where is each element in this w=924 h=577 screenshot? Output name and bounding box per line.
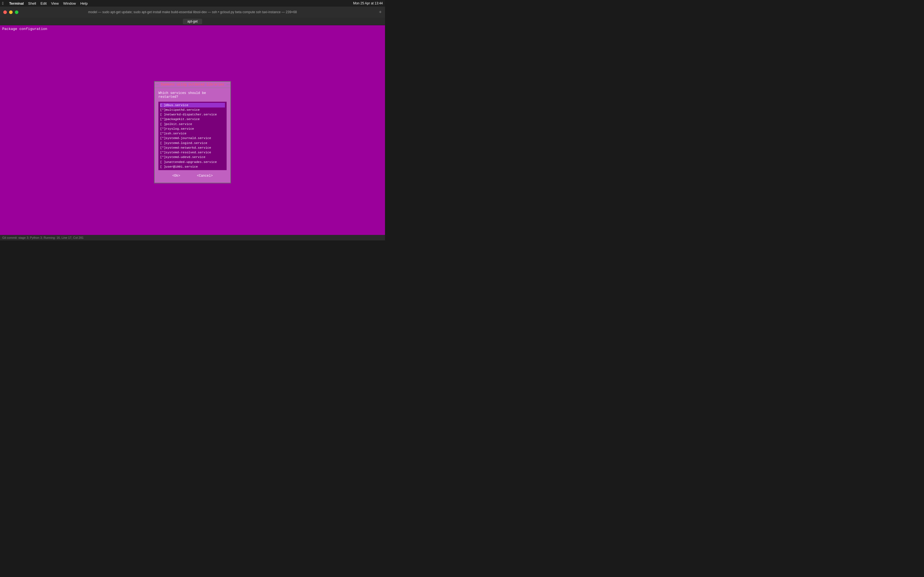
statusbar-text: Git commit: stage 3; Python 3; Running: … xyxy=(2,236,84,239)
menubar:  Terminal Shell Edit View Window Help M… xyxy=(0,0,385,6)
checkbox-icon: [*] xyxy=(160,155,165,160)
dialog-overlay: Daemons using outdated libraries Which s… xyxy=(154,81,231,184)
service-name: user@1001.service xyxy=(166,164,198,169)
checkbox-icon: [ ] xyxy=(160,141,165,145)
service-name: systemd-udevd.service xyxy=(166,155,205,160)
dialog-title: Daemons using outdated libraries xyxy=(159,83,226,87)
menubar-view[interactable]: View xyxy=(51,2,59,5)
menubar-edit[interactable]: Edit xyxy=(40,2,47,5)
terminal-content[interactable]: Package configuration Daemons using outd… xyxy=(0,25,385,235)
list-item[interactable]: [*]packagekit.service xyxy=(160,117,225,121)
list-item[interactable]: [*]multipathd.service xyxy=(160,108,225,112)
service-name: unattended-upgrades.service xyxy=(166,160,217,164)
checkbox-icon: [ ] xyxy=(160,164,165,169)
service-name: systemd-networkd.service xyxy=(166,145,211,150)
list-item[interactable]: [*]ssh.service xyxy=(160,131,225,136)
cancel-button[interactable]: <Cancel> xyxy=(196,173,214,178)
menubar-app-name[interactable]: Terminal xyxy=(9,2,24,5)
minimize-button[interactable] xyxy=(9,10,13,14)
checkbox-icon: [*] xyxy=(160,131,165,136)
service-name: networkd-dispatcher.service xyxy=(166,112,217,117)
list-item[interactable]: [ ]systemd-logind.service xyxy=(160,141,225,145)
list-item[interactable]: [ ]polkit.service xyxy=(160,122,225,126)
traffic-lights xyxy=(3,10,18,14)
dialog-titlebar: Daemons using outdated libraries xyxy=(155,82,231,88)
service-name: dbus.service xyxy=(166,103,188,108)
service-name: systemd-logind.service xyxy=(166,141,207,145)
service-name: systemd-resolved.service xyxy=(166,150,211,155)
list-item[interactable]: [*]systemd-networkd.service xyxy=(160,145,225,150)
service-name: packagekit.service xyxy=(166,117,200,121)
active-tab[interactable]: apt-get xyxy=(183,19,202,24)
checkbox-icon: [*] xyxy=(160,136,165,140)
dialog-question: Which services should be restarted? xyxy=(158,91,226,99)
checkbox-icon: [*] xyxy=(160,145,165,150)
list-item[interactable]: [ ]unattended-upgrades.service xyxy=(160,160,225,164)
dialog-box: Daemons using outdated libraries Which s… xyxy=(154,81,231,184)
service-list[interactable]: [ ]dbus.service[*]multipathd.service[ ]n… xyxy=(158,102,226,170)
maximize-button[interactable] xyxy=(15,10,18,14)
statusbar: Git commit: stage 3; Python 3; Running: … xyxy=(0,235,385,240)
checkbox-icon: [*] xyxy=(160,117,165,121)
checkbox-icon: [ ] xyxy=(160,103,165,108)
menubar-help[interactable]: Help xyxy=(80,2,88,5)
checkbox-icon: [ ] xyxy=(160,160,165,164)
service-name: ssh.service xyxy=(166,131,186,136)
list-item[interactable]: [*]systemd-journald.service xyxy=(160,136,225,140)
menubar-clock: Mon 25 Apr at 13:44 xyxy=(353,2,383,5)
menubar-right: Mon 25 Apr at 13:44 xyxy=(353,2,383,5)
menubar-shell[interactable]: Shell xyxy=(28,2,36,5)
list-item[interactable]: [*]systemd-udevd.service xyxy=(160,155,225,160)
pkg-config-label: Package configuration xyxy=(2,27,383,31)
dialog-buttons: <Ok> <Cancel> xyxy=(158,173,226,179)
checkbox-icon: [ ] xyxy=(160,112,165,117)
close-button[interactable] xyxy=(3,10,7,14)
service-name: systemd-journald.service xyxy=(166,136,211,140)
titlebar: model — sudo apt-get update; sudo apt-ge… xyxy=(0,6,385,18)
list-item[interactable]: [*]rsyslog.service xyxy=(160,126,225,131)
service-name: polkit.service xyxy=(166,122,192,126)
list-item[interactable]: [ ]networkd-dispatcher.service xyxy=(160,112,225,117)
new-tab-button[interactable]: + xyxy=(379,9,382,15)
list-item[interactable]: [*]systemd-resolved.service xyxy=(160,150,225,155)
service-name: rsyslog.service xyxy=(166,126,194,131)
list-item[interactable]: [ ]dbus.service xyxy=(160,103,225,108)
checkbox-icon: [*] xyxy=(160,126,165,131)
checkbox-icon: [ ] xyxy=(160,122,165,126)
terminal-window: model — sudo apt-get update; sudo apt-ge… xyxy=(0,6,385,240)
menubar-left:  Terminal Shell Edit View Window Help xyxy=(2,1,88,5)
checkbox-icon: [*] xyxy=(160,150,165,155)
menubar-window[interactable]: Window xyxy=(63,2,76,5)
checkbox-icon: [*] xyxy=(160,108,165,112)
titlebar-text: model — sudo apt-get update; sudo apt-ge… xyxy=(88,10,297,14)
dialog-body: Which services should be restarted? [ ]d… xyxy=(155,88,231,183)
list-item[interactable]: [ ]user@1001.service xyxy=(160,164,225,169)
apple-logo-icon:  xyxy=(2,1,3,5)
tabbar: apt-get xyxy=(0,18,385,25)
ok-button[interactable]: <Ok> xyxy=(171,173,181,178)
service-name: multipathd.service xyxy=(166,108,200,112)
